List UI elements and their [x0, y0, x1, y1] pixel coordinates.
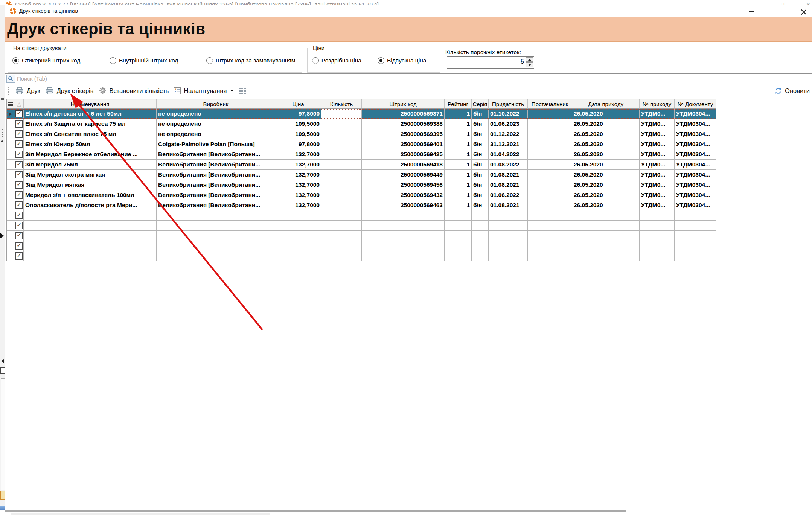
- cell-receipt_no[interactable]: [640, 231, 675, 241]
- cell-arrival_date[interactable]: 26.05.2020: [572, 170, 640, 180]
- cell-document_no[interactable]: УТДМ0304...: [675, 149, 716, 160]
- cell-price[interactable]: [275, 210, 321, 221]
- cell-rating[interactable]: [445, 221, 472, 231]
- cell-series[interactable]: б/н: [472, 119, 489, 129]
- toolbar-grip[interactable]: [8, 87, 10, 95]
- cell-rating[interactable]: [445, 241, 472, 251]
- cell-supplier[interactable]: [528, 221, 572, 231]
- cell-quantity[interactable]: [321, 251, 362, 261]
- cell-name[interactable]: [24, 210, 157, 221]
- cell-receipt_no[interactable]: УТДМ0...: [640, 190, 675, 200]
- cell-rating[interactable]: 1: [445, 119, 472, 129]
- cell-price[interactable]: 132,7000: [275, 149, 321, 160]
- cell-name[interactable]: З/п Меридол 75мл: [24, 160, 157, 170]
- column-header-name[interactable]: Найменування: [24, 99, 157, 109]
- row-checkbox[interactable]: [15, 181, 23, 189]
- cell-receipt_no[interactable]: УТДМ0...: [640, 200, 675, 210]
- cell-rating[interactable]: 1: [445, 139, 472, 149]
- cell-manufacturer[interactable]: [157, 251, 275, 261]
- cell-name[interactable]: Elmex з/п детская от 0-6 лет 50мл: [24, 109, 157, 119]
- cell-validity[interactable]: 31.12.2021: [489, 139, 528, 149]
- cell-price[interactable]: 132,7000: [275, 170, 321, 180]
- radio-retail-price[interactable]: Роздрібна ціна: [312, 57, 361, 64]
- cell-validity[interactable]: 01.08.2021: [489, 170, 528, 180]
- cell-supplier[interactable]: [528, 180, 572, 190]
- cell-price[interactable]: 132,7000: [275, 200, 321, 210]
- column-header-barcode[interactable]: Штрих код: [362, 99, 445, 109]
- row-checkbox[interactable]: [15, 110, 23, 117]
- settings-button[interactable]: Налаштування: [174, 87, 233, 94]
- cell-quantity[interactable]: [321, 129, 362, 139]
- column-header-validity[interactable]: Придатність: [489, 99, 528, 109]
- cell-rating[interactable]: [445, 231, 472, 241]
- cell-series[interactable]: б/н: [472, 170, 489, 180]
- cell-price[interactable]: [275, 221, 321, 231]
- table-row[interactable]: З/щ Меридол мягкаяВеликобритания [Велико…: [7, 180, 716, 190]
- cell-series[interactable]: [472, 241, 489, 251]
- cell-barcode[interactable]: 2500000569463: [362, 200, 445, 210]
- cell-barcode[interactable]: 2500000569388: [362, 119, 445, 129]
- cell-document_no[interactable]: [675, 221, 716, 231]
- cell-arrival_date[interactable]: 26.05.2020: [572, 190, 640, 200]
- cell-barcode[interactable]: 2500000569449: [362, 170, 445, 180]
- table-row[interactable]: ▶Elmex з/п детская от 0-6 лет 50млне опр…: [7, 109, 716, 119]
- cell-arrival_date[interactable]: [572, 221, 640, 231]
- cell-quantity[interactable]: [321, 119, 362, 129]
- cell-name[interactable]: З/п Меридол Бережное отбеливание ...: [24, 149, 157, 160]
- cell-quantity[interactable]: [321, 180, 362, 190]
- radio-release-price[interactable]: Відпускна ціна: [378, 57, 426, 64]
- row-checkbox[interactable]: [15, 252, 23, 260]
- column-header-receipt_no[interactable]: № приходу: [640, 99, 675, 109]
- cell-price[interactable]: [275, 251, 321, 261]
- cell-validity[interactable]: 01.08.2021: [489, 180, 528, 190]
- cell-barcode[interactable]: 2500000569418: [362, 160, 445, 170]
- cell-manufacturer[interactable]: Великобритания [Великобритани...: [157, 180, 275, 190]
- cell-arrival_date[interactable]: 26.05.2020: [572, 180, 640, 190]
- cell-arrival_date[interactable]: [572, 251, 640, 261]
- table-empty-row[interactable]: [7, 221, 716, 231]
- cell-name[interactable]: [24, 231, 157, 241]
- cell-series[interactable]: б/н: [472, 129, 489, 139]
- cell-supplier[interactable]: [528, 160, 572, 170]
- cell-document_no[interactable]: УТДМ0304...: [675, 190, 716, 200]
- cell-price[interactable]: [275, 231, 321, 241]
- cell-arrival_date[interactable]: [572, 231, 640, 241]
- cell-series[interactable]: [472, 221, 489, 231]
- refresh-button[interactable]: Оновити: [775, 85, 810, 97]
- cell-arrival_date[interactable]: 26.05.2020: [572, 119, 640, 129]
- cell-validity[interactable]: [489, 231, 528, 241]
- cell-name[interactable]: Elmex з/п Защита от кариеса 75 мл: [24, 119, 157, 129]
- radio-default-barcode[interactable]: Штрих-код за замовчуванням: [206, 57, 295, 64]
- cell-supplier[interactable]: [528, 170, 572, 180]
- cell-price[interactable]: 109,5000: [275, 129, 321, 139]
- cell-price[interactable]: 132,7000: [275, 190, 321, 200]
- cell-series[interactable]: б/н: [472, 160, 489, 170]
- row-checkbox[interactable]: [15, 222, 23, 229]
- cell-document_no[interactable]: УТДМ0304...: [675, 170, 716, 180]
- cell-rating[interactable]: 1: [445, 180, 472, 190]
- cell-manufacturer[interactable]: [157, 221, 275, 231]
- cell-quantity[interactable]: [321, 160, 362, 170]
- row-checkbox[interactable]: [15, 140, 23, 148]
- cell-document_no[interactable]: [675, 210, 716, 221]
- cell-receipt_no[interactable]: УТДМ0...: [640, 170, 675, 180]
- panel-expand-icon[interactable]: [0, 233, 4, 238]
- cell-supplier[interactable]: [528, 149, 572, 160]
- panel-collapse-icon[interactable]: [1, 359, 4, 363]
- cell-document_no[interactable]: УТДМ0304...: [675, 139, 716, 149]
- cell-validity[interactable]: 01.06.2023: [489, 119, 528, 129]
- cell-arrival_date[interactable]: 26.05.2020: [572, 200, 640, 210]
- cell-barcode[interactable]: 2500000569432: [362, 190, 445, 200]
- cell-receipt_no[interactable]: УТДМ0...: [640, 109, 675, 119]
- cell-manufacturer[interactable]: Colgate-Palmolive Polan [Польша]: [157, 139, 275, 149]
- table-row[interactable]: З/п Меридол Бережное отбеливание ...Вели…: [7, 149, 716, 160]
- cell-arrival_date[interactable]: 26.05.2020: [572, 109, 640, 119]
- cell-quantity[interactable]: [321, 231, 362, 241]
- column-header-quantity[interactable]: Кількість: [321, 99, 362, 109]
- cell-document_no[interactable]: УТДМ0304...: [675, 109, 716, 119]
- cell-validity[interactable]: 01.04.2022: [489, 149, 528, 160]
- cell-quantity[interactable]: [321, 170, 362, 180]
- table-empty-row[interactable]: [7, 210, 716, 221]
- search-icon[interactable]: [6, 75, 15, 83]
- row-checkbox[interactable]: [15, 191, 23, 199]
